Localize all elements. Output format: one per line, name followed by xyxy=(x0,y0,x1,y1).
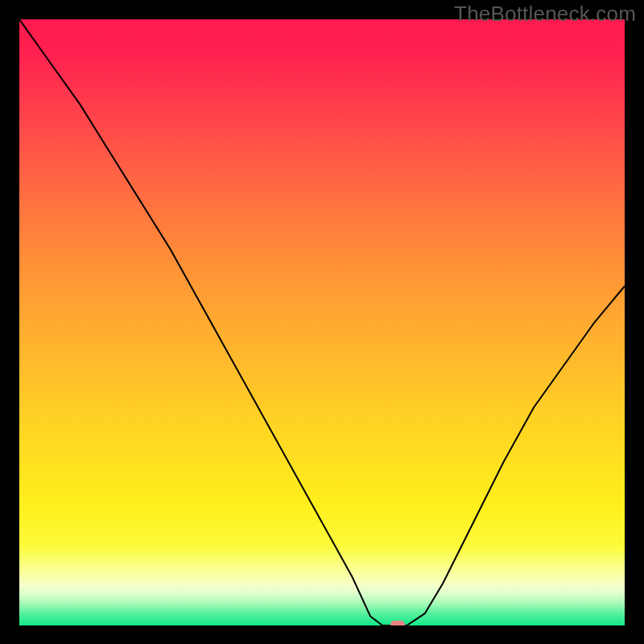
watermark-label: TheBottleneck.com xyxy=(454,2,636,27)
gradient-area xyxy=(19,19,625,625)
bottleneck-plot xyxy=(19,19,625,625)
chart-frame: TheBottleneck.com xyxy=(0,0,644,644)
optimum-marker xyxy=(390,621,405,625)
